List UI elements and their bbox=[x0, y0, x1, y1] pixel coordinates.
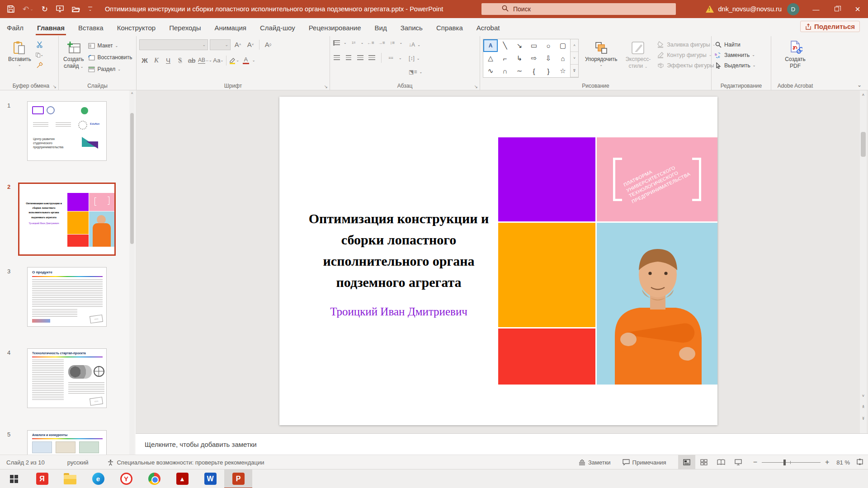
format-painter-icon[interactable] bbox=[36, 61, 43, 69]
tab-home[interactable]: Главная bbox=[30, 20, 71, 36]
slideshow-from-start-icon[interactable] bbox=[56, 5, 64, 13]
shapes-more[interactable]: ⊽ bbox=[571, 65, 578, 77]
numbering-icon[interactable]: 1≡ bbox=[350, 39, 358, 47]
columns-icon[interactable]: ≡≡ bbox=[387, 54, 395, 62]
language-indicator[interactable]: русский bbox=[67, 459, 89, 466]
shape-arc[interactable]: ∩ bbox=[498, 65, 512, 77]
shape-rectangle[interactable]: ▭ bbox=[527, 39, 541, 52]
select-button[interactable]: Выделить⌄ bbox=[714, 61, 768, 69]
tab-file[interactable]: Файл bbox=[0, 20, 30, 36]
clear-formatting-icon[interactable]: А◊ bbox=[263, 39, 274, 50]
close-button[interactable]: × bbox=[847, 0, 868, 18]
shape-freeform[interactable]: ⌂ bbox=[556, 52, 570, 65]
text-shadow-button[interactable]: S bbox=[175, 55, 185, 66]
slide-author[interactable]: Троицкий Иван Дмитриевич bbox=[299, 305, 498, 318]
shape-oval[interactable]: ○ bbox=[541, 39, 556, 52]
highlight-color-button[interactable]: ⌄ bbox=[229, 55, 240, 66]
red-block[interactable] bbox=[498, 328, 595, 385]
align-left-icon[interactable] bbox=[333, 54, 340, 62]
share-button[interactable]: Поделиться bbox=[800, 21, 860, 32]
find-button[interactable]: Найти bbox=[714, 41, 768, 48]
tab-design[interactable]: Конструктор bbox=[110, 20, 163, 36]
powerpoint-icon-active[interactable]: P bbox=[224, 469, 252, 488]
scroll-down-icon[interactable]: ˅ bbox=[860, 391, 867, 400]
start-button[interactable] bbox=[0, 469, 28, 488]
slide-thumbnail-1[interactable]: EduNet Центр развития студенческого пред… bbox=[27, 101, 107, 161]
zoom-slider-thumb[interactable] bbox=[783, 460, 786, 465]
normal-view-button[interactable] bbox=[678, 455, 695, 469]
previous-slide-button[interactable]: ˄˄ bbox=[860, 402, 867, 411]
main-scrollbar-thumb[interactable] bbox=[861, 132, 866, 157]
shape-curve[interactable]: ∼ bbox=[512, 65, 527, 77]
tab-animations[interactable]: Анимация bbox=[208, 20, 253, 36]
shapes-scroll-down[interactable]: ˅ bbox=[571, 52, 578, 65]
underline-button[interactable]: Ч bbox=[163, 55, 174, 66]
yandex-icon[interactable]: Я bbox=[28, 469, 56, 488]
align-center-icon[interactable] bbox=[344, 54, 352, 62]
edge-icon[interactable]: e bbox=[84, 469, 112, 488]
smartart-convert-icon[interactable]: ⬔≡ ⌄ bbox=[409, 67, 422, 77]
thumbnail-scrollbar-thumb[interactable] bbox=[130, 113, 134, 244]
copy-icon[interactable]: ⌄ bbox=[36, 51, 43, 59]
fit-to-window-button[interactable] bbox=[856, 459, 863, 466]
photo-block[interactable] bbox=[597, 223, 717, 385]
shape-arrow[interactable]: ↘ bbox=[512, 39, 527, 52]
slide-sorter-view-button[interactable] bbox=[695, 455, 712, 469]
scroll-up-icon[interactable]: ˄ bbox=[860, 90, 867, 99]
save-icon[interactable] bbox=[7, 5, 14, 13]
shape-right-brace[interactable]: } bbox=[541, 65, 556, 77]
reset-slide-button[interactable]: Восстановить bbox=[88, 52, 132, 62]
bold-button[interactable]: Ж bbox=[139, 55, 150, 66]
slide-thumbnail-4[interactable]: Технологичность стартап-проекта ⌗⌗⌗ bbox=[27, 348, 107, 408]
main-scrollbar[interactable]: ˄ ˅ ˄˄ ˅˅ bbox=[860, 90, 867, 433]
shape-left-brace[interactable]: { bbox=[527, 65, 541, 77]
bullets-icon[interactable] bbox=[333, 39, 340, 47]
thumbnail-scrollbar[interactable]: ˄ bbox=[129, 90, 135, 455]
shape-triangle[interactable]: △ bbox=[483, 52, 498, 65]
open-folder-icon[interactable] bbox=[72, 6, 80, 13]
new-slide-button[interactable]: Создать слайд ⌄ bbox=[61, 39, 86, 74]
accessibility-checker[interactable]: Специальные возможности: проверьте реком… bbox=[107, 459, 264, 466]
increase-font-icon[interactable]: А˄ bbox=[232, 39, 243, 50]
justify-icon[interactable] bbox=[368, 54, 376, 62]
align-right-icon[interactable] bbox=[356, 54, 364, 62]
comments-toggle[interactable]: Примечания bbox=[623, 459, 666, 466]
shape-right-arrow[interactable]: ⇨ bbox=[527, 52, 541, 65]
font-color-button[interactable]: А bbox=[241, 55, 251, 66]
zoom-percentage[interactable]: 81 % bbox=[836, 459, 850, 466]
slide-thumbnail-2-selected[interactable]: Оптимизация конструкции и сборки лопастн… bbox=[18, 183, 116, 256]
line-spacing-icon[interactable]: ↕≡ bbox=[388, 39, 396, 47]
next-slide-button[interactable]: ˅˅ bbox=[860, 414, 867, 423]
minimize-button[interactable]: — bbox=[806, 0, 826, 18]
align-text-icon[interactable]: [↕] ⌄ bbox=[409, 53, 422, 63]
search-box[interactable]: Поиск bbox=[481, 3, 676, 15]
shape-elbow[interactable]: ⌐ bbox=[498, 52, 512, 65]
chrome-icon[interactable] bbox=[140, 469, 168, 488]
text-direction-icon[interactable]: ↓А ⌄ bbox=[409, 40, 422, 50]
layout-button[interactable]: Макет⌄ bbox=[88, 41, 132, 51]
reading-view-button[interactable] bbox=[712, 455, 730, 469]
collapse-ribbon-icon[interactable]: ⌄ bbox=[857, 82, 862, 88]
redo-icon[interactable]: ↻ bbox=[42, 5, 48, 13]
arrange-button[interactable]: Упорядочить ⌄ bbox=[583, 39, 619, 78]
decrease-indent-icon[interactable]: ←≡ bbox=[367, 39, 374, 47]
tab-acrobat[interactable]: Acrobat bbox=[470, 20, 507, 36]
avatar[interactable]: D bbox=[787, 3, 799, 15]
font-dialog-launcher[interactable]: ↘ bbox=[324, 84, 328, 89]
tab-record[interactable]: Запись bbox=[394, 20, 429, 36]
orange-block[interactable] bbox=[498, 223, 595, 327]
shapes-gallery[interactable]: A ╲ ↘ ▭ ○ ▢ △ ⌐ ↳ ⇨ ⇩ ⌂ ∿ ∩ ∼ { } bbox=[483, 39, 571, 78]
clipboard-dialog-launcher[interactable]: ↘ bbox=[53, 84, 57, 89]
paste-button[interactable]: Вставить ⌄ bbox=[6, 39, 33, 69]
italic-button[interactable]: К bbox=[151, 55, 162, 66]
pink-block[interactable]: ПЛАТФОРМА УНИВЕРСИТЕТСКОГО ТЕХНОЛОГИЧЕСК… bbox=[597, 137, 717, 221]
shape-star[interactable]: ☆ bbox=[556, 65, 570, 77]
zoom-slider[interactable] bbox=[762, 462, 821, 463]
shape-line[interactable]: ╲ bbox=[498, 39, 512, 52]
yandex-browser-icon[interactable]: Y bbox=[112, 469, 140, 488]
slide-title[interactable]: Оптимизация конструкции и сборки лопастн… bbox=[299, 208, 498, 293]
zoom-out-button[interactable]: − bbox=[753, 458, 757, 466]
slideshow-view-button[interactable] bbox=[730, 455, 747, 469]
font-name-combo[interactable]: ⌄ bbox=[139, 39, 208, 50]
slide-thumbnail-5[interactable]: Аналоги и конкуренты bbox=[27, 430, 107, 455]
